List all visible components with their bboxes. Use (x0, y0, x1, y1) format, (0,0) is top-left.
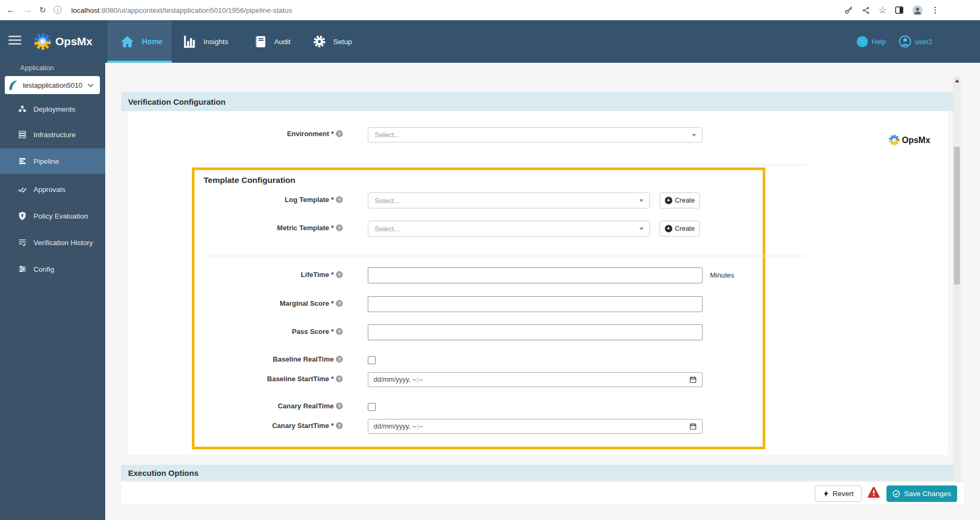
metric-template-select[interactable]: Select... (368, 221, 650, 237)
watermark-text: OpsMx (902, 136, 930, 145)
sidebar-item-verification-history[interactable]: Verification History (0, 230, 105, 255)
calendar-icon[interactable] (689, 376, 697, 383)
calendar-icon[interactable] (689, 423, 697, 430)
log-template-label: Log Template * (128, 196, 343, 204)
canary-realtime-label: Canary RealTime (128, 402, 343, 410)
forward-icon[interactable] (23, 0, 32, 20)
reload-icon[interactable] (39, 0, 46, 20)
application-leaf-icon (7, 79, 19, 91)
check-circle-icon (892, 490, 900, 498)
lifetime-help-icon[interactable] (336, 271, 343, 278)
section-title: Verification Configuration (128, 97, 225, 106)
browser-toolbar: localhost:8080/ui/appcontext/testapplica… (0, 0, 980, 21)
canary-starttime-help-icon[interactable] (336, 422, 343, 429)
baseline-starttime-input[interactable]: dd/mm/yyyy, --:-- (368, 372, 703, 387)
sidebar-item-label: Policy Evaluation (33, 212, 88, 220)
sidebar-item-label: Verification History (33, 239, 93, 247)
revert-button-label: Revert (833, 490, 854, 498)
select-caret-icon (639, 228, 644, 230)
marginal-score-help-icon[interactable] (336, 300, 343, 307)
scrollbar-thumb[interactable] (954, 147, 960, 284)
canary-starttime-label: Canary StartTime * (128, 422, 343, 430)
lifetime-label: LifeTime * (128, 271, 343, 279)
tab-setup[interactable]: Setup (312, 20, 352, 63)
application-selector[interactable]: testapplication5010 (5, 76, 100, 94)
tab-setup-label: Setup (333, 38, 352, 46)
divider (204, 165, 807, 165)
brand[interactable]: OpsMx (33, 20, 92, 63)
environment-help-icon[interactable] (336, 130, 343, 137)
app-navbar: OpsMx Home Insights Audit Setup Help use… (0, 20, 980, 63)
pass-score-help-icon[interactable] (336, 328, 343, 335)
log-template-select-placeholder: Select... (375, 197, 400, 205)
username-label[interactable]: user2 (915, 38, 933, 46)
sidebar-item-config[interactable]: Config (0, 256, 105, 282)
metric-template-create-button[interactable]: Create (660, 221, 700, 237)
share-icon[interactable] (861, 6, 871, 15)
metric-template-help-icon[interactable] (336, 224, 343, 231)
tab-home[interactable]: Home (107, 20, 172, 63)
sidebar-item-pipeline[interactable]: Pipeline (0, 148, 105, 174)
home-icon (120, 35, 134, 49)
plus-circle-icon (665, 197, 672, 204)
log-template-help-icon[interactable] (336, 196, 343, 203)
canary-realtime-help-icon[interactable] (336, 402, 343, 409)
verification-configuration-card: Environment * Select... Template Configu… (128, 111, 948, 455)
create-button-label: Create (675, 225, 695, 232)
revert-button[interactable]: Revert (815, 485, 861, 502)
back-icon[interactable] (6, 0, 15, 20)
brand-name: OpsMx (55, 35, 92, 48)
split-view-icon[interactable] (894, 5, 904, 15)
sidebar-item-label: Infrastructure (33, 131, 76, 139)
section-header-verification-configuration: Verification Configuration (121, 92, 955, 111)
policy-shield-icon (18, 211, 27, 221)
log-template-select[interactable]: Select... (368, 192, 650, 208)
sidebar-item-policy-evaluation[interactable]: Policy Evaluation (0, 203, 105, 229)
scrollbar-up-arrow-icon[interactable] (955, 79, 959, 82)
sidebar-item-approvals[interactable]: Approvals (0, 177, 105, 202)
opsmx-logo-icon (33, 32, 52, 51)
page-info-icon[interactable] (54, 6, 62, 14)
canary-starttime-input[interactable]: dd/mm/yyyy, --:-- (368, 419, 703, 434)
environment-select[interactable]: Select... (368, 127, 703, 142)
baseline-starttime-help-icon[interactable] (336, 375, 343, 382)
warning-triangle-icon (867, 487, 880, 498)
metric-template-select-placeholder: Select... (375, 225, 400, 233)
bookmark-star-icon[interactable] (878, 5, 886, 16)
baseline-realtime-checkbox[interactable] (368, 356, 376, 364)
tab-insights-label: Insights (204, 38, 229, 46)
save-changes-label: Save Changes (904, 490, 951, 498)
navbar-right: Help user2 (857, 20, 932, 63)
environment-select-placeholder: Select... (375, 131, 400, 139)
password-key-icon[interactable] (844, 5, 854, 15)
pass-score-label: Pass Score * (128, 328, 343, 336)
canary-realtime-checkbox[interactable] (368, 403, 376, 411)
sidebar-item-deployments[interactable]: Deployments (0, 96, 105, 122)
lifetime-unit-label: Minutes (710, 271, 734, 279)
user-avatar-icon[interactable] (899, 35, 911, 48)
pass-score-input[interactable] (368, 324, 703, 340)
marginal-score-input[interactable] (368, 296, 703, 312)
help-label[interactable]: Help (872, 38, 886, 46)
audit-book-icon (254, 35, 267, 48)
save-changes-button[interactable]: Save Changes (886, 485, 957, 502)
tab-insights[interactable]: Insights (182, 20, 229, 63)
sidebar-item-infrastructure[interactable]: Infrastructure (0, 122, 105, 147)
help-info-icon[interactable] (857, 36, 868, 47)
divider (204, 256, 807, 256)
log-template-create-button[interactable]: Create (660, 192, 700, 208)
menu-hamburger-icon[interactable] (9, 36, 21, 45)
url-bar[interactable]: localhost:8080/ui/appcontext/testapplica… (71, 0, 292, 20)
browser-menu-icon[interactable] (931, 5, 939, 15)
vertical-scrollbar[interactable] (953, 76, 961, 482)
lifetime-input[interactable] (368, 267, 703, 283)
tab-audit[interactable]: Audit (254, 20, 291, 63)
verification-history-icon (18, 238, 27, 247)
insights-chart-icon (182, 35, 197, 49)
chevron-down-icon (87, 81, 95, 89)
infrastructure-icon (18, 130, 27, 139)
config-sliders-icon (18, 264, 27, 274)
baseline-realtime-help-icon[interactable] (336, 356, 343, 363)
application-section-label: Application (20, 64, 54, 72)
browser-profile-avatar[interactable] (912, 5, 923, 16)
